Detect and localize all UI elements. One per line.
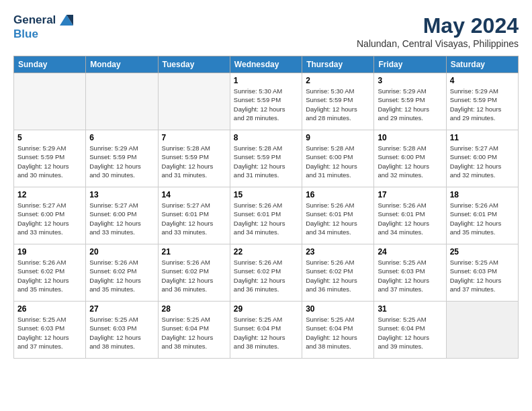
calendar-table: SundayMondayTuesdayWednesdayThursdayFrid…: [13, 56, 519, 359]
day-info: Sunrise: 5:29 AM Sunset: 5:59 PM Dayligh…: [89, 144, 154, 179]
day-info: Sunrise: 5:28 AM Sunset: 6:00 PM Dayligh…: [378, 144, 442, 179]
title-block: May 2024 Nalundan, Central Visayas, Phil…: [357, 13, 519, 49]
day-number: 20: [89, 247, 154, 257]
day-number: 21: [162, 247, 226, 257]
day-info: Sunrise: 5:26 AM Sunset: 6:02 PM Dayligh…: [306, 258, 370, 293]
day-info: Sunrise: 5:25 AM Sunset: 6:04 PM Dayligh…: [162, 315, 226, 351]
day-number: 30: [306, 304, 370, 314]
calendar-cell: 31Sunrise: 5:25 AM Sunset: 6:04 PM Dayli…: [374, 302, 446, 359]
logo: General Blue: [13, 13, 76, 41]
calendar-cell: 26Sunrise: 5:25 AM Sunset: 6:03 PM Dayli…: [14, 302, 86, 359]
calendar-week-1: 5Sunrise: 5:29 AM Sunset: 5:59 PM Daylig…: [14, 130, 519, 187]
day-info: Sunrise: 5:26 AM Sunset: 6:01 PM Dayligh…: [306, 201, 370, 236]
calendar-cell: 22Sunrise: 5:26 AM Sunset: 6:02 PM Dayli…: [230, 244, 302, 302]
header-sunday: Sunday: [14, 56, 86, 73]
calendar-cell: 27Sunrise: 5:25 AM Sunset: 6:03 PM Dayli…: [86, 302, 158, 359]
day-number: 7: [162, 133, 226, 142]
calendar-cell: [14, 73, 86, 130]
day-number: 4: [450, 76, 515, 85]
calendar-cell: 20Sunrise: 5:26 AM Sunset: 6:02 PM Dayli…: [86, 244, 158, 302]
day-info: Sunrise: 5:28 AM Sunset: 6:00 PM Dayligh…: [306, 144, 370, 179]
calendar-week-3: 19Sunrise: 5:26 AM Sunset: 6:02 PM Dayli…: [14, 244, 519, 302]
calendar-cell: 12Sunrise: 5:27 AM Sunset: 6:00 PM Dayli…: [14, 187, 86, 244]
day-number: 6: [89, 133, 154, 142]
calendar-cell: 8Sunrise: 5:28 AM Sunset: 5:59 PM Daylig…: [230, 130, 302, 187]
calendar-cell: 9Sunrise: 5:28 AM Sunset: 6:00 PM Daylig…: [302, 130, 374, 187]
day-info: Sunrise: 5:26 AM Sunset: 6:01 PM Dayligh…: [450, 201, 515, 236]
day-info: Sunrise: 5:29 AM Sunset: 5:59 PM Dayligh…: [17, 144, 82, 179]
day-number: 29: [234, 304, 298, 314]
calendar-cell: 23Sunrise: 5:26 AM Sunset: 6:02 PM Dayli…: [302, 244, 374, 302]
day-number: 12: [17, 190, 82, 199]
day-number: 8: [234, 133, 298, 142]
day-number: 27: [89, 304, 154, 314]
calendar-week-0: 1Sunrise: 5:30 AM Sunset: 5:59 PM Daylig…: [14, 73, 519, 130]
day-info: Sunrise: 5:25 AM Sunset: 6:03 PM Dayligh…: [17, 315, 82, 351]
calendar-cell: 16Sunrise: 5:26 AM Sunset: 6:01 PM Dayli…: [302, 187, 374, 244]
day-number: 23: [306, 247, 370, 257]
day-info: Sunrise: 5:25 AM Sunset: 6:03 PM Dayligh…: [378, 258, 442, 293]
day-number: 16: [306, 190, 370, 199]
day-info: Sunrise: 5:27 AM Sunset: 6:00 PM Dayligh…: [89, 201, 154, 236]
calendar-cell: 13Sunrise: 5:27 AM Sunset: 6:00 PM Dayli…: [86, 187, 158, 244]
calendar-cell: 30Sunrise: 5:25 AM Sunset: 6:04 PM Dayli…: [302, 302, 374, 359]
calendar-cell: 11Sunrise: 5:27 AM Sunset: 6:00 PM Dayli…: [446, 130, 518, 187]
calendar-header-row: SundayMondayTuesdayWednesdayThursdayFrid…: [14, 56, 519, 73]
calendar-cell: 2Sunrise: 5:30 AM Sunset: 5:59 PM Daylig…: [302, 73, 374, 130]
calendar-cell: 19Sunrise: 5:26 AM Sunset: 6:02 PM Dayli…: [14, 244, 86, 302]
day-info: Sunrise: 5:26 AM Sunset: 6:01 PM Dayligh…: [378, 201, 442, 236]
calendar-week-2: 12Sunrise: 5:27 AM Sunset: 6:00 PM Dayli…: [14, 187, 519, 244]
calendar-cell: 21Sunrise: 5:26 AM Sunset: 6:02 PM Dayli…: [158, 244, 230, 302]
calendar-week-4: 26Sunrise: 5:25 AM Sunset: 6:03 PM Dayli…: [14, 302, 519, 359]
logo-line2: Blue: [13, 28, 76, 41]
day-info: Sunrise: 5:26 AM Sunset: 6:01 PM Dayligh…: [234, 201, 298, 236]
day-info: Sunrise: 5:25 AM Sunset: 6:03 PM Dayligh…: [450, 258, 515, 293]
logo-icon: [57, 13, 76, 28]
header-thursday: Thursday: [302, 56, 374, 73]
day-info: Sunrise: 5:26 AM Sunset: 6:02 PM Dayligh…: [234, 258, 298, 293]
day-number: 18: [450, 190, 515, 199]
day-number: 26: [17, 304, 82, 314]
header-wednesday: Wednesday: [230, 56, 302, 73]
calendar-cell: [158, 73, 230, 130]
header-saturday: Saturday: [446, 56, 518, 73]
logo-text: General: [13, 13, 76, 28]
page-header: General Blue May 2024 Nalundan, Central …: [13, 13, 519, 49]
day-info: Sunrise: 5:25 AM Sunset: 6:04 PM Dayligh…: [306, 315, 370, 351]
calendar-cell: 10Sunrise: 5:28 AM Sunset: 6:00 PM Dayli…: [374, 130, 446, 187]
calendar-cell: 29Sunrise: 5:25 AM Sunset: 6:04 PM Dayli…: [230, 302, 302, 359]
calendar-cell: 15Sunrise: 5:26 AM Sunset: 6:01 PM Dayli…: [230, 187, 302, 244]
day-number: 2: [306, 76, 370, 85]
day-number: 1: [234, 76, 298, 85]
calendar-cell: 25Sunrise: 5:25 AM Sunset: 6:03 PM Dayli…: [446, 244, 518, 302]
calendar-cell: 24Sunrise: 5:25 AM Sunset: 6:03 PM Dayli…: [374, 244, 446, 302]
calendar-cell: 3Sunrise: 5:29 AM Sunset: 5:59 PM Daylig…: [374, 73, 446, 130]
calendar-cell: [446, 302, 518, 359]
header-monday: Monday: [86, 56, 158, 73]
day-info: Sunrise: 5:25 AM Sunset: 6:04 PM Dayligh…: [378, 315, 442, 351]
day-number: 13: [89, 190, 154, 199]
day-info: Sunrise: 5:25 AM Sunset: 6:04 PM Dayligh…: [234, 315, 298, 351]
day-number: 5: [17, 133, 82, 142]
day-number: 15: [234, 190, 298, 199]
day-info: Sunrise: 5:29 AM Sunset: 5:59 PM Dayligh…: [378, 87, 442, 122]
day-number: 24: [378, 247, 442, 257]
calendar-cell: 18Sunrise: 5:26 AM Sunset: 6:01 PM Dayli…: [446, 187, 518, 244]
calendar-cell: [86, 73, 158, 130]
header-friday: Friday: [374, 56, 446, 73]
day-info: Sunrise: 5:30 AM Sunset: 5:59 PM Dayligh…: [234, 87, 298, 122]
calendar-cell: 5Sunrise: 5:29 AM Sunset: 5:59 PM Daylig…: [14, 130, 86, 187]
day-info: Sunrise: 5:25 AM Sunset: 6:03 PM Dayligh…: [89, 315, 154, 351]
day-number: 19: [17, 247, 82, 257]
day-number: 31: [378, 304, 442, 314]
day-info: Sunrise: 5:28 AM Sunset: 5:59 PM Dayligh…: [162, 144, 226, 179]
day-number: 17: [378, 190, 442, 199]
calendar-cell: 28Sunrise: 5:25 AM Sunset: 6:04 PM Dayli…: [158, 302, 230, 359]
day-number: 10: [378, 133, 442, 142]
day-number: 3: [378, 76, 442, 85]
day-info: Sunrise: 5:26 AM Sunset: 6:02 PM Dayligh…: [89, 258, 154, 293]
day-info: Sunrise: 5:28 AM Sunset: 5:59 PM Dayligh…: [234, 144, 298, 179]
day-info: Sunrise: 5:26 AM Sunset: 6:02 PM Dayligh…: [162, 258, 226, 293]
day-number: 11: [450, 133, 515, 142]
day-info: Sunrise: 5:26 AM Sunset: 6:02 PM Dayligh…: [17, 258, 82, 293]
